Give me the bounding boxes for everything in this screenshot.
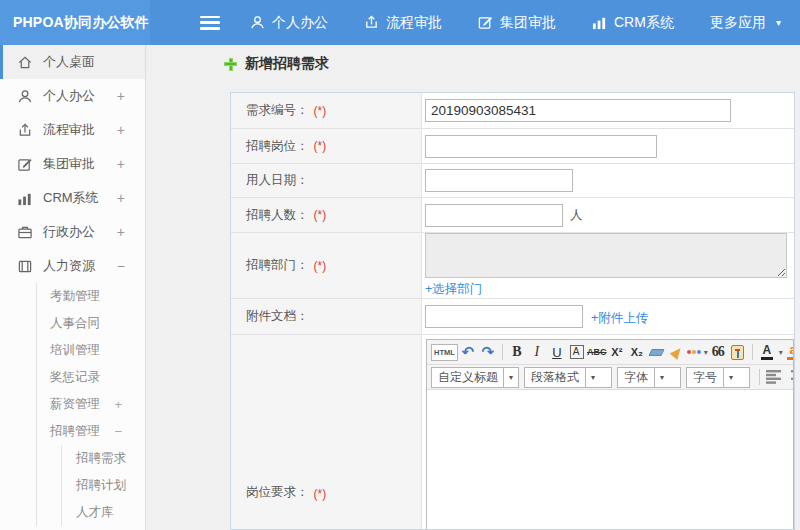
sidebar-item-talent-pool[interactable]: 人才库: [62, 499, 145, 526]
editor-content-area[interactable]: [427, 390, 793, 529]
rich-text-editor: HTML ↶ ↷ B I U A ABC X² X₂: [426, 339, 794, 529]
sidebar-item-human-resources[interactable]: 人力资源 −: [0, 249, 145, 283]
undo-icon[interactable]: ↶: [458, 342, 478, 362]
font-color-button[interactable]: A: [757, 342, 777, 362]
align-center-icon[interactable]: [789, 367, 793, 387]
person-icon: [250, 15, 265, 30]
font-family-select[interactable]: 字体 ▾: [617, 367, 681, 388]
italic-button[interactable]: I: [527, 342, 547, 362]
toolbar-separator: [759, 369, 760, 385]
bar-chart-icon: [17, 191, 33, 206]
char-border-button[interactable]: A: [567, 342, 587, 362]
clipboard-icon: [731, 345, 744, 360]
field-label: 招聘人数：: [246, 207, 309, 224]
add-icon: [224, 58, 237, 71]
expand-plus-icon[interactable]: +: [117, 190, 125, 206]
sidebar-item-crm-system[interactable]: CRM系统 +: [0, 181, 145, 215]
sidebar-item-recruitment-management[interactable]: 招聘管理 −: [37, 418, 145, 445]
form-row-job-requirements: 岗位要求： (*) HTML ↶ ↷ B I U A: [231, 335, 794, 529]
bar-chart-icon: [592, 15, 607, 30]
custom-heading-select[interactable]: 自定义标题 ▾: [431, 367, 519, 388]
required-marker: (*): [314, 139, 327, 153]
superscript-button[interactable]: X²: [607, 342, 627, 362]
unit-suffix: 人: [570, 207, 583, 224]
attachment-input[interactable]: [425, 305, 583, 328]
toolbar-separator: [502, 344, 503, 360]
toolbar-separator: [752, 344, 753, 360]
font-size-select[interactable]: 字号 ▾: [686, 367, 750, 388]
expand-plus-icon[interactable]: +: [114, 397, 122, 412]
topnav-personal-office[interactable]: 个人办公: [250, 14, 328, 32]
field-label: 岗位要求：: [246, 484, 309, 501]
sidebar-item-training-management[interactable]: 培训管理: [37, 337, 145, 364]
expand-plus-icon[interactable]: +: [117, 122, 125, 138]
form-row-position: 招聘岗位： (*): [231, 129, 794, 164]
sidebar-item-reward-punishment[interactable]: 奖惩记录: [37, 364, 145, 391]
brush-icon: [669, 345, 684, 360]
bold-button[interactable]: B: [507, 342, 527, 362]
collapse-minus-icon[interactable]: −: [117, 258, 125, 274]
blockquote-button[interactable]: 66: [708, 342, 728, 362]
chevron-down-icon: ▾: [723, 368, 738, 387]
person-icon: [17, 89, 33, 104]
recruitment-submenu: 招聘需求 招聘计划 人才库: [61, 445, 145, 526]
hire-date-input[interactable]: [425, 169, 573, 192]
eraser-icon: [649, 349, 665, 356]
field-label: 用人日期：: [246, 172, 309, 189]
hamburger-menu-icon[interactable]: [200, 16, 220, 30]
edit-icon: [478, 15, 493, 30]
field-label: 附件文档：: [246, 308, 309, 325]
request-number-input[interactable]: [425, 99, 731, 122]
sidebar-item-personal-desktop[interactable]: 个人桌面: [0, 45, 145, 79]
main-content: 新增招聘需求 需求编号： (*) 招聘岗位： (*) 用人日期：: [147, 45, 800, 530]
chevron-down-icon[interactable]: ▾: [776, 17, 781, 28]
expand-plus-icon[interactable]: +: [117, 224, 125, 240]
topnav-crm-system[interactable]: CRM系统: [592, 14, 674, 32]
workflow-icon: [17, 123, 33, 138]
background-color-button[interactable]: a: [783, 342, 793, 362]
paragraph-format-select[interactable]: 段落格式 ▾: [524, 367, 612, 388]
expand-plus-icon[interactable]: +: [117, 88, 125, 104]
required-marker: (*): [314, 259, 327, 273]
page-title: 新增招聘需求: [224, 55, 329, 73]
attachment-upload-link[interactable]: +附件上传: [591, 310, 648, 327]
position-input[interactable]: [425, 135, 657, 158]
form-row-request-number: 需求编号： (*): [231, 93, 794, 129]
form-row-department: 招聘部门： (*) +选择部门: [231, 233, 794, 299]
sidebar-item-personnel-contract[interactable]: 人事合同: [37, 310, 145, 337]
strikethrough-button[interactable]: ABC: [587, 342, 607, 362]
department-textarea[interactable]: [425, 233, 787, 278]
collapse-minus-icon[interactable]: −: [114, 424, 122, 439]
subscript-button[interactable]: X₂: [627, 342, 647, 362]
paste-button[interactable]: [728, 342, 748, 362]
sidebar-item-group-approval[interactable]: 集团审批 +: [0, 147, 145, 181]
underline-button[interactable]: U: [547, 342, 567, 362]
emoji-button[interactable]: ▾: [687, 342, 708, 362]
topnav-more-apps[interactable]: 更多应用: [710, 14, 766, 32]
headcount-input[interactable]: [425, 204, 563, 227]
required-marker: (*): [314, 487, 327, 501]
form-row-hire-date: 用人日期：: [231, 164, 794, 198]
sidebar-item-recruitment-plan[interactable]: 招聘计划: [62, 472, 145, 499]
sidebar-item-personal-office[interactable]: 个人办公 +: [0, 79, 145, 113]
sidebar-item-salary-management[interactable]: 薪资管理 +: [37, 391, 145, 418]
redo-icon[interactable]: ↷: [478, 342, 498, 362]
format-painter-button[interactable]: [667, 342, 687, 362]
select-department-link[interactable]: +选择部门: [425, 281, 482, 298]
align-left-icon[interactable]: [764, 367, 784, 387]
expand-plus-icon[interactable]: +: [117, 156, 125, 172]
topnav-group-approval[interactable]: 集团审批: [478, 14, 556, 32]
top-navigation: 个人办公 流程审批 集团审批 CRM系统 更多应用 ▾: [250, 14, 781, 32]
sidebar-item-workflow-approval[interactable]: 流程审批 +: [0, 113, 145, 147]
sidebar-item-recruitment-request[interactable]: 招聘需求: [62, 445, 145, 472]
emoji-dots-icon: [687, 350, 702, 354]
required-marker: (*): [314, 104, 327, 118]
sidebar-item-administration[interactable]: 行政办公 +: [0, 215, 145, 249]
remove-format-button[interactable]: [647, 342, 667, 362]
book-icon: [17, 259, 33, 274]
home-icon: [17, 55, 33, 70]
app-logo: PHPOA协同办公软件: [0, 0, 150, 45]
topnav-workflow-approval[interactable]: 流程审批: [364, 14, 442, 32]
html-source-button[interactable]: HTML: [431, 344, 458, 361]
sidebar-item-attendance-management[interactable]: 考勤管理: [37, 283, 145, 310]
